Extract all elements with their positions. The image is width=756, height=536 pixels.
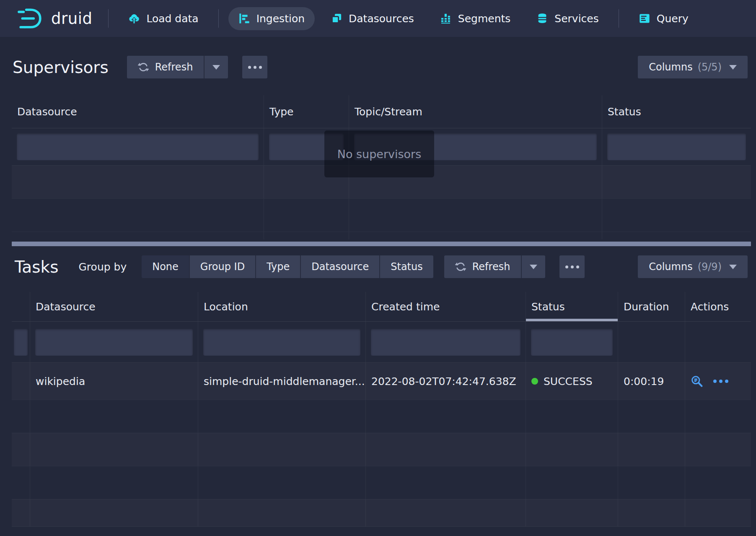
- tasks-more-button[interactable]: [559, 255, 585, 278]
- tasks-table: Datasource Location Created time Status …: [12, 292, 751, 527]
- task-row-wikipedia[interactable]: wikipedia simple-druid-middlemanager... …: [12, 362, 751, 400]
- tasks-toolbar: Tasks Group by None Group ID Type Dataso…: [15, 255, 748, 278]
- columns-label: Columns: [649, 261, 692, 273]
- filter-input-location[interactable]: [203, 329, 360, 356]
- tasks-refresh-button[interactable]: Refresh: [444, 255, 521, 278]
- task-duration: 0:00:19: [618, 363, 685, 400]
- group-by-datasource-button[interactable]: Datasource: [301, 255, 380, 278]
- chevron-down-icon: [530, 265, 537, 269]
- more-icon: [248, 66, 251, 69]
- horizontal-scrollbar[interactable]: [12, 242, 751, 246]
- column-header-location[interactable]: Location: [198, 292, 366, 321]
- supervisors-refresh-button[interactable]: Refresh: [127, 56, 204, 78]
- column-header-created-time[interactable]: Created time: [366, 292, 526, 321]
- database-icon: [536, 13, 548, 24]
- column-header-datasource[interactable]: Datasource: [12, 95, 264, 128]
- refresh-label: Refresh: [155, 61, 193, 73]
- success-status-dot: [531, 378, 538, 385]
- group-by-button-group: None Group ID Type Datasource Status: [142, 255, 433, 278]
- layers-icon: [331, 13, 342, 24]
- task-status-cell: SUCCESS: [526, 363, 618, 400]
- group-by-type-button[interactable]: Type: [256, 255, 301, 278]
- tasks-header-row: Datasource Location Created time Status …: [12, 292, 751, 322]
- refresh-icon: [455, 261, 466, 272]
- nav-item-services[interactable]: Services: [526, 7, 608, 30]
- nav-item-datasources[interactable]: Datasources: [321, 7, 424, 30]
- task-actions-cell: [685, 363, 751, 400]
- nav-item-label: Segments: [458, 13, 511, 25]
- druid-mark-icon: [15, 7, 45, 30]
- chevron-down-icon: [212, 65, 220, 70]
- tasks-columns-button[interactable]: Columns (9/9): [638, 255, 748, 278]
- refresh-icon: [138, 62, 149, 73]
- chevron-down-icon: [729, 265, 737, 269]
- column-header-expand[interactable]: [12, 292, 30, 321]
- nav-divider: [218, 9, 219, 28]
- nav-item-label: Query: [657, 13, 689, 25]
- filter-input-created-time[interactable]: [371, 329, 520, 356]
- columns-count: (5/5): [698, 61, 722, 73]
- empty-table-row: [12, 232, 751, 239]
- filter-input-expand[interactable]: [14, 329, 28, 356]
- application-icon: [639, 13, 650, 24]
- nav-item-label: Load data: [146, 13, 198, 25]
- task-datasource: wikipedia: [30, 363, 198, 400]
- nav-item-label: Services: [554, 13, 598, 25]
- cloud-upload-icon: [128, 13, 140, 24]
- empty-table-row: [12, 433, 751, 466]
- nav-item-label: Datasources: [349, 13, 414, 25]
- empty-table-row: [12, 400, 751, 433]
- group-by-status-button[interactable]: Status: [380, 255, 433, 278]
- column-header-type[interactable]: Type: [264, 95, 349, 128]
- supervisors-header-row: Datasource Type Topic/Stream Status: [12, 95, 751, 128]
- task-created-time: 2022-08-02T07:42:47.638Z: [366, 363, 526, 400]
- column-header-actions[interactable]: Actions: [685, 292, 751, 321]
- columns-label: Columns: [649, 61, 692, 73]
- nav-item-load-data[interactable]: Load data: [118, 7, 208, 30]
- empty-table-row: [12, 466, 751, 499]
- filter-input-datasource[interactable]: [35, 329, 193, 356]
- task-location: simple-druid-middlemanager...: [198, 363, 366, 400]
- stacked-chart-icon: [440, 13, 452, 24]
- column-header-status[interactable]: Status: [602, 95, 751, 128]
- column-header-status-sorted[interactable]: Status: [526, 292, 618, 321]
- nav-divider: [619, 9, 619, 28]
- group-by-none-button[interactable]: None: [142, 255, 190, 278]
- tasks-filter-row: [12, 322, 751, 362]
- refresh-label: Refresh: [472, 261, 510, 273]
- supervisors-refresh-split: Refresh: [127, 56, 228, 78]
- no-supervisors-message: No supervisors: [324, 130, 434, 177]
- supervisors-title: Supervisors: [13, 58, 109, 77]
- top-nav: druid Load data Ingestion Datasources: [0, 0, 756, 37]
- empty-table-row: [12, 499, 751, 527]
- filter-input-status[interactable]: [531, 329, 613, 356]
- column-header-topic-stream[interactable]: Topic/Stream: [349, 95, 602, 128]
- empty-table-row: [12, 198, 751, 232]
- nav-item-label: Ingestion: [256, 13, 305, 25]
- filter-input-status[interactable]: [607, 133, 746, 160]
- supervisors-table: Datasource Type Topic/Stream Status No s…: [12, 95, 751, 239]
- more-icon: [565, 265, 568, 268]
- row-more-actions-icon[interactable]: [713, 380, 728, 383]
- column-header-datasource[interactable]: Datasource: [30, 292, 198, 321]
- supervisors-refresh-caret-button[interactable]: [204, 56, 228, 78]
- brand-name: druid: [51, 10, 92, 28]
- nav-item-segments[interactable]: Segments: [430, 7, 521, 30]
- supervisors-columns-button[interactable]: Columns (5/5): [638, 56, 748, 78]
- tasks-refresh-split: Refresh: [444, 255, 546, 278]
- group-by-group-id-button[interactable]: Group ID: [190, 255, 256, 278]
- tasks-title: Tasks: [15, 258, 59, 276]
- nav-item-ingestion[interactable]: Ingestion: [228, 7, 315, 30]
- nav-item-query[interactable]: Query: [629, 7, 699, 30]
- chevron-down-icon: [729, 65, 737, 70]
- filter-input-datasource[interactable]: [17, 133, 259, 160]
- group-by-label: Group by: [79, 261, 127, 273]
- druid-logo[interactable]: druid: [15, 7, 92, 30]
- column-header-duration[interactable]: Duration: [618, 292, 685, 321]
- supervisors-more-button[interactable]: [242, 56, 267, 78]
- task-status: SUCCESS: [544, 375, 593, 388]
- row-expand-cell: [12, 363, 30, 400]
- search-details-icon[interactable]: [691, 375, 703, 388]
- supervisors-toolbar: Supervisors Refresh Columns (5/5): [13, 56, 748, 78]
- tasks-refresh-caret-button[interactable]: [521, 255, 545, 278]
